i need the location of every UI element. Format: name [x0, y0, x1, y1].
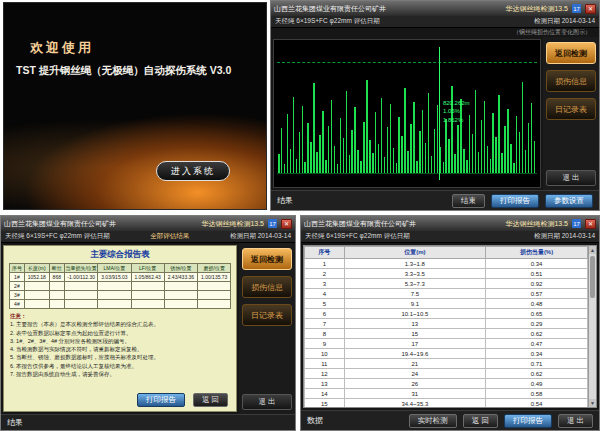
daily-record-button[interactable]: 日记录表	[242, 304, 292, 326]
chart-caption: （钢丝绳损伤位置变化图示）	[271, 28, 599, 37]
company-name: 山西兰花集团煤业有限责任公司矿井	[304, 219, 416, 229]
finish-button[interactable]: 结束	[452, 194, 485, 208]
print-report-button[interactable]: 打印报告	[504, 414, 552, 428]
waveform-bar	[445, 119, 447, 173]
back-button[interactable]: 返 回	[463, 414, 498, 428]
back-button[interactable]: 返 回	[193, 393, 228, 407]
waveform-bar	[354, 107, 356, 173]
scroll-down-icon[interactable]: ▼	[589, 399, 596, 407]
notes-title: 注意：	[10, 313, 27, 319]
back-to-detect-button[interactable]: 返回检测	[242, 248, 292, 270]
waveform-bar	[369, 140, 371, 174]
params-button[interactable]: 参数设置	[545, 194, 593, 208]
waveform-bar	[498, 95, 500, 173]
window-badge-icon: 17	[572, 219, 581, 228]
waveform-bar	[278, 154, 280, 174]
titlebar: 山西兰花集团煤业有限责任公司矿井 华达钢丝绳检测13.5 17 ✕	[301, 216, 599, 231]
waveform-bar	[404, 88, 406, 174]
waveform-bar	[466, 160, 468, 174]
column-header: 位置(m)	[344, 247, 486, 259]
table-row[interactable]: 3#	[9, 291, 231, 300]
rope-info-row: 天径绳 6×19S+FC φ22mm 评估日期 全部评估结果 检测日期 2014…	[1, 231, 295, 243]
damage-bottombar: 数据 实时检测 返 回 打印报告 退 出	[301, 410, 599, 430]
waveform-bar	[393, 148, 395, 174]
waveform-bar	[293, 97, 295, 174]
waveform-bar	[490, 159, 492, 174]
waveform-bar	[510, 144, 512, 173]
titlebar: 山西兰花集团煤业有限责任公司矿井 华达钢丝绳检测13.5 17 ✕	[1, 216, 295, 231]
waveform-bar	[507, 109, 509, 174]
damage-table-window: 山西兰花集团煤业有限责任公司矿井 华达钢丝绳检测13.5 17 ✕ 天径绳 6×…	[300, 215, 600, 431]
close-icon[interactable]: ✕	[585, 4, 596, 14]
table-row[interactable]: 1534.4~35.30.54	[305, 399, 588, 409]
column-header: 长度(m)	[25, 264, 49, 273]
table-row[interactable]: 11.3~1.80.34	[305, 259, 588, 269]
app-name: 华达钢丝绳检测13.5	[505, 4, 568, 14]
back-to-detect-button[interactable]: 返回检测	[546, 42, 596, 64]
measure-cursor[interactable]	[439, 47, 440, 179]
waveform-bar	[398, 117, 400, 174]
table-row[interactable]: 1#1052.18868-1.00/112.303.03/915.031.05/…	[9, 273, 231, 282]
note-line: 7. 报告数据由系统自动生成，请妥善保存。	[10, 370, 230, 378]
window-badge-icon: 17	[572, 4, 581, 13]
table-row[interactable]: 23.3~3.50.51	[305, 269, 588, 279]
column-header: 序号	[9, 264, 25, 273]
waveform-sidebar: 返回检测 损伤信息 日记录表 退 出	[543, 37, 599, 190]
table-row[interactable]: 47.50.57	[305, 289, 588, 299]
waveform-bar	[434, 129, 436, 174]
waveform-bar	[531, 103, 533, 174]
waveform-bar	[475, 90, 477, 174]
scrollbar[interactable]: ▲ ▼	[588, 246, 596, 407]
report-window: 山西兰花集团煤业有限责任公司矿井 华达钢丝绳检测13.5 17 ✕ 天径绳 6×…	[0, 215, 296, 431]
column-header: 磨损/位置	[198, 264, 231, 273]
table-row[interactable]: 7130.29	[305, 319, 588, 329]
close-icon[interactable]: ✕	[281, 219, 292, 229]
waveform-bar	[357, 150, 359, 174]
cursor-lf: 1.862%	[443, 116, 470, 125]
scroll-up-icon[interactable]: ▲	[589, 246, 596, 254]
table-row[interactable]: 8150.62	[305, 329, 588, 339]
waveform-bar	[319, 135, 321, 174]
waveform-bar	[363, 122, 365, 174]
table-row[interactable]: 12240.62	[305, 369, 588, 379]
rope-spec: 天径绳 6×19S+FC φ22mm 评估日期	[275, 17, 380, 26]
scroll-thumb[interactable]	[590, 256, 595, 298]
table-row[interactable]: 13260.49	[305, 379, 588, 389]
damage-info-button[interactable]: 损伤信息	[546, 70, 596, 92]
exit-button[interactable]: 退 出	[558, 414, 593, 428]
report-sheet: 主要综合报告表 序号长度(m)断丝当量损失/位置LMA/位置LF/位置锈蚀/位置…	[3, 245, 237, 412]
note-line: 4. 当检测数据与实际情况不符时，请重新标定后复检。	[10, 345, 230, 353]
table-row[interactable]: 11210.71	[305, 359, 588, 369]
waveform-bar	[390, 104, 392, 174]
column-header: 锈蚀/位置	[164, 264, 197, 273]
realtime-detect-button[interactable]: 实时检测	[409, 414, 457, 428]
waveform-bar	[328, 126, 330, 174]
waveform-bar	[504, 126, 506, 174]
waveform-bar	[322, 111, 324, 174]
waveform-chart-area[interactable]: 820.262m 1.05% 1.862%	[273, 39, 541, 188]
waveform-bar	[534, 141, 536, 174]
print-report-button[interactable]: 打印报告	[137, 393, 185, 407]
rope-info-row: 天径绳 6×19S+FC φ22mm 评估日期 检测日期 2014-03-14	[271, 16, 599, 28]
table-row[interactable]: 14310.58	[305, 389, 588, 399]
app-title: TST 提升钢丝绳（无极绳）自动探伤系统 V3.0	[16, 64, 231, 78]
print-report-button[interactable]: 打印报告	[491, 194, 539, 208]
enter-system-button[interactable]: 进入系统	[156, 161, 230, 181]
cursor-position: 820.262m	[443, 99, 470, 108]
table-row[interactable]: 610.1~10.50.65	[305, 309, 588, 319]
waveform-bar	[325, 160, 327, 174]
exit-button[interactable]: 退 出	[242, 394, 292, 410]
waveform-bar	[372, 153, 374, 174]
table-row[interactable]: 1019.4~19.60.34	[305, 349, 588, 359]
exit-button[interactable]: 退 出	[546, 170, 596, 186]
table-row[interactable]: 2#	[9, 282, 231, 291]
daily-record-button[interactable]: 日记录表	[546, 98, 596, 120]
waveform-bar	[378, 144, 380, 173]
table-row[interactable]: 59.10.48	[305, 299, 588, 309]
rope-spec: 天径绳 6×19S+FC φ22mm 评估日期	[5, 232, 110, 241]
table-row[interactable]: 4#	[9, 300, 231, 309]
table-row[interactable]: 35.3~7.30.92	[305, 279, 588, 289]
table-row[interactable]: 9170.47	[305, 339, 588, 349]
damage-info-button[interactable]: 损伤信息	[242, 276, 292, 298]
close-icon[interactable]: ✕	[585, 219, 596, 229]
